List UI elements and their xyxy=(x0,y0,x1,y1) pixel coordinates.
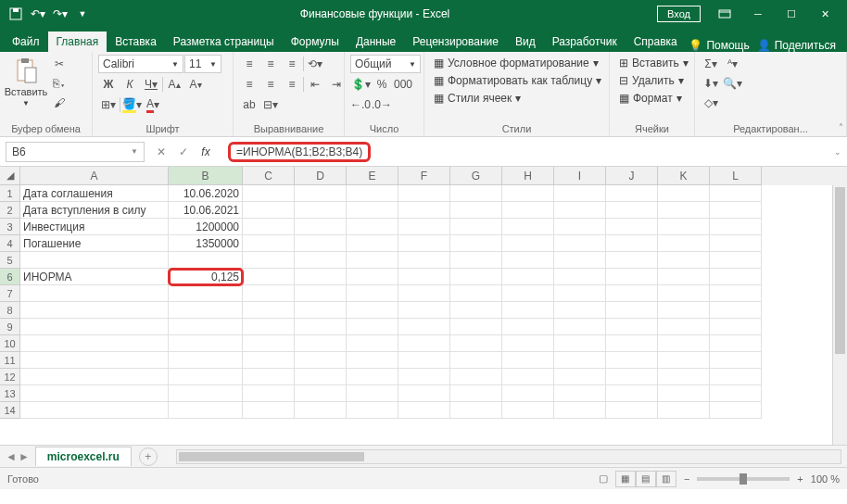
cell[interactable] xyxy=(658,202,710,219)
cell[interactable]: Дата вступления в силу xyxy=(20,202,169,219)
cell[interactable] xyxy=(398,235,450,252)
tell-me-button[interactable]: 💡Помощь xyxy=(689,39,749,52)
minimize-button[interactable]: ─ xyxy=(741,0,775,28)
cell[interactable] xyxy=(710,402,762,419)
row-header[interactable]: 10 xyxy=(0,335,20,352)
cell[interactable] xyxy=(398,352,450,369)
cell[interactable] xyxy=(554,219,606,235)
col-header-G[interactable]: G xyxy=(450,167,502,185)
cell[interactable] xyxy=(606,202,658,219)
tab-page-layout[interactable]: Разметка страницы xyxy=(165,32,283,52)
cell[interactable]: 0,125 xyxy=(169,269,243,285)
cell[interactable]: 1350000 xyxy=(169,235,243,252)
insert-function-button[interactable]: fx xyxy=(196,143,215,161)
page-break-view-button[interactable]: ▥ xyxy=(656,471,676,487)
cell[interactable] xyxy=(502,219,554,235)
cell[interactable] xyxy=(658,369,710,385)
row-header[interactable]: 6 xyxy=(0,269,20,285)
row-header[interactable]: 2 xyxy=(0,202,20,219)
cell[interactable] xyxy=(658,352,710,369)
enter-formula-button[interactable]: ✓ xyxy=(174,143,193,161)
copy-button[interactable]: ⎘▾ xyxy=(49,74,70,93)
cell[interactable] xyxy=(347,219,398,235)
cell[interactable] xyxy=(347,252,398,269)
cell[interactable] xyxy=(20,335,169,352)
cell[interactable] xyxy=(710,369,762,385)
cell[interactable] xyxy=(502,302,554,319)
col-header-B[interactable]: B xyxy=(169,167,243,185)
cell[interactable] xyxy=(606,302,658,319)
cell[interactable] xyxy=(502,385,554,402)
cell[interactable] xyxy=(295,252,347,269)
redo-icon[interactable]: ↷▾ xyxy=(50,4,70,24)
cell[interactable] xyxy=(450,402,502,419)
decrease-decimal-button[interactable]: .0→ xyxy=(372,95,392,114)
cell[interactable] xyxy=(243,252,295,269)
formula-input[interactable]: =ИНОРМА(B1;B2;B3;B4) xyxy=(222,142,827,162)
cell[interactable] xyxy=(347,335,398,352)
cell[interactable] xyxy=(243,202,295,219)
name-box[interactable]: B6▼ xyxy=(6,142,145,162)
cell[interactable] xyxy=(450,352,502,369)
zoom-in-button[interactable]: + xyxy=(797,473,803,485)
cell[interactable] xyxy=(295,285,347,302)
cell[interactable] xyxy=(554,269,606,285)
cell[interactable] xyxy=(450,202,502,219)
cell[interactable] xyxy=(295,202,347,219)
cell[interactable] xyxy=(243,369,295,385)
col-header-F[interactable]: F xyxy=(398,167,450,185)
row-header[interactable]: 1 xyxy=(0,185,20,202)
format-as-table-button[interactable]: ▦Форматировать как таблицу▾ xyxy=(430,72,605,89)
spreadsheet-grid[interactable]: ◢ ABCDEFGHIJKL 1Дата соглашения10.06.202… xyxy=(0,167,847,445)
cell[interactable] xyxy=(606,319,658,335)
row-header[interactable]: 9 xyxy=(0,319,20,335)
cell[interactable] xyxy=(169,352,243,369)
cell[interactable] xyxy=(502,252,554,269)
col-header-L[interactable]: L xyxy=(710,167,762,185)
row-header[interactable]: 7 xyxy=(0,285,20,302)
cell[interactable] xyxy=(243,219,295,235)
cell[interactable] xyxy=(502,269,554,285)
cell[interactable] xyxy=(502,402,554,419)
col-header-D[interactable]: D xyxy=(295,167,347,185)
cell[interactable] xyxy=(450,369,502,385)
cell[interactable] xyxy=(658,302,710,319)
cell[interactable] xyxy=(606,385,658,402)
cell[interactable] xyxy=(502,369,554,385)
wrap-text-button[interactable]: ab xyxy=(239,95,259,114)
cell[interactable]: 10.06.2020 xyxy=(169,185,243,202)
undo-icon[interactable]: ↶▾ xyxy=(28,4,48,24)
row-header[interactable]: 11 xyxy=(0,352,20,369)
cell[interactable] xyxy=(347,352,398,369)
merge-cells-button[interactable]: ⊟▾ xyxy=(260,95,281,114)
cell[interactable] xyxy=(658,335,710,352)
cell[interactable] xyxy=(169,385,243,402)
cell[interactable] xyxy=(243,235,295,252)
font-name-select[interactable]: Calibri▼ xyxy=(98,55,183,73)
cell[interactable] xyxy=(20,285,169,302)
cell[interactable] xyxy=(20,302,169,319)
cell[interactable] xyxy=(295,219,347,235)
cell[interactable]: Дата соглашения xyxy=(20,185,169,202)
zoom-slider[interactable] xyxy=(697,477,790,481)
qat-customize-icon[interactable]: ▼ xyxy=(72,4,93,24)
cell[interactable] xyxy=(554,319,606,335)
cell[interactable] xyxy=(658,235,710,252)
orientation-button[interactable]: ⟲▾ xyxy=(305,55,325,73)
cell[interactable] xyxy=(710,269,762,285)
cell[interactable] xyxy=(450,185,502,202)
row-header[interactable]: 3 xyxy=(0,219,20,235)
macro-record-icon[interactable]: ▢ xyxy=(599,472,608,485)
autosum-button[interactable]: Σ▾ xyxy=(701,55,721,73)
cell[interactable] xyxy=(450,235,502,252)
cell[interactable] xyxy=(20,402,169,419)
cell[interactable] xyxy=(169,252,243,269)
increase-decimal-button[interactable]: ←.0 xyxy=(350,95,371,114)
cell[interactable] xyxy=(169,302,243,319)
zoom-out-button[interactable]: − xyxy=(684,473,689,485)
align-right-button[interactable]: ≡ xyxy=(282,75,302,94)
cell[interactable] xyxy=(606,402,658,419)
clear-button[interactable]: ◇▾ xyxy=(701,94,721,112)
col-header-A[interactable]: A xyxy=(20,167,169,185)
borders-button[interactable]: ⊞▾ xyxy=(98,95,119,114)
